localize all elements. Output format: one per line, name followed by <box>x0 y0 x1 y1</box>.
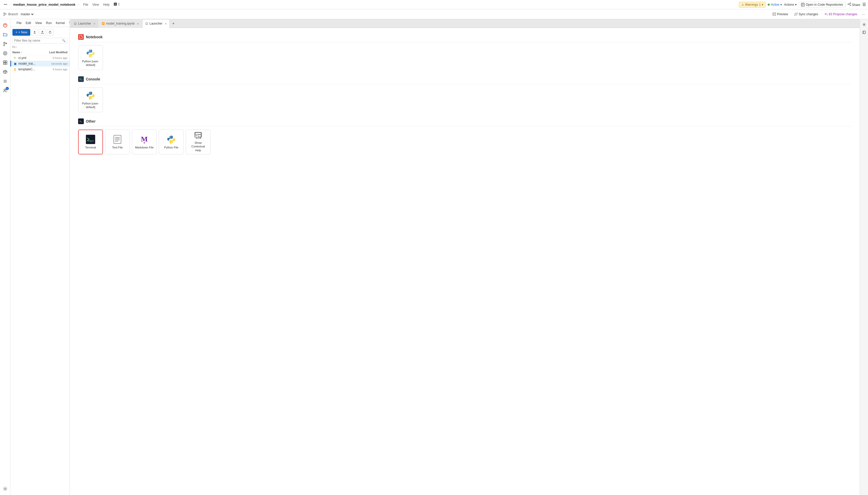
nb-indicator[interactable]: 1 1 <box>112 2 122 7</box>
sidebar-settings-button[interactable] <box>1 485 9 493</box>
markdown-card[interactable]: M Markdown File <box>132 130 157 154</box>
upload-files-button[interactable] <box>39 29 46 36</box>
app-menus: File View Help 1 1 <box>82 2 122 7</box>
menu-kernel[interactable]: Kernel <box>54 20 67 26</box>
svg-point-14 <box>3 51 7 55</box>
top-bar-right: ⚠ Warnings 1 ▾ Active ▾ Actions ▾ Open i… <box>739 2 866 7</box>
gear-icon <box>3 487 7 491</box>
share-button[interactable]: Share <box>848 2 860 7</box>
menu-view[interactable]: View <box>33 20 44 26</box>
svg-point-5 <box>850 5 851 6</box>
propose-icon <box>824 13 828 16</box>
preview-icon <box>772 13 776 16</box>
propose-changes-button[interactable]: 83 Propose changes <box>823 11 859 17</box>
file-date: 3 hours ago <box>52 56 68 59</box>
current-dir: / <box>10 45 70 50</box>
branch-bar: Branch master Preview Sync changes 83 Pr… <box>0 9 868 19</box>
terminal-card[interactable]: $_ Terminal <box>78 130 103 154</box>
tab-launcher1[interactable]: Launcher × <box>71 19 98 28</box>
hamburger-button[interactable]: ☰ <box>862 2 866 7</box>
sidebar-git-button[interactable] <box>1 40 9 48</box>
tab-close-launcher2[interactable]: × <box>165 22 167 25</box>
run-icon <box>3 51 7 56</box>
textfile-card-label: Text File <box>112 146 123 149</box>
main-layout: 4 File Edit View Run Kernel Tabs Setting… <box>0 19 868 495</box>
actions-button[interactable]: Actions ▾ <box>784 3 796 6</box>
sidebar-list-button[interactable] <box>1 77 9 85</box>
svg-rect-28 <box>114 135 121 143</box>
right-sidebar-settings2[interactable] <box>861 29 867 36</box>
file-item-template[interactable]: {} templateC... 3 hours ago <box>10 67 70 72</box>
svg-text:$_: $_ <box>90 140 92 142</box>
sidebar-badge: 4 <box>6 87 9 90</box>
open-in-code-repos-button[interactable]: Open in Code Repositories <box>799 2 846 7</box>
notebook-section-icon <box>78 34 84 40</box>
other-section: Other $_ Terminal <box>78 118 851 154</box>
sidebar-files-button[interactable] <box>1 31 9 39</box>
content-area: Launcher × model_training.ipynb × Launch… <box>70 19 860 495</box>
svg-point-20 <box>4 89 5 90</box>
search-icon: 🔍 <box>62 39 66 42</box>
sync-changes-button[interactable]: Sync changes <box>793 11 820 17</box>
menu-run[interactable]: Run <box>44 20 54 26</box>
branch-label: Branch <box>8 13 18 16</box>
branch-selector[interactable]: master <box>20 12 34 16</box>
share-icon <box>848 2 851 6</box>
warnings-button[interactable]: ⚠ Warnings 1 ▾ <box>739 2 766 7</box>
tab-label: Launcher <box>78 22 91 25</box>
sidebar-package-button[interactable] <box>1 68 9 76</box>
file-search-input[interactable] <box>14 39 62 42</box>
branch-more-button[interactable]: ··· <box>862 12 865 16</box>
sidebar-people-button[interactable]: 4 <box>1 86 9 95</box>
add-tab-button[interactable]: + <box>170 21 177 26</box>
dots-menu[interactable]: ••• <box>2 2 9 7</box>
yaml-icon: Y: <box>13 56 17 59</box>
right-sidebar-settings1[interactable] <box>861 21 867 28</box>
property-inspector-icon <box>862 23 866 27</box>
view-menu[interactable]: View <box>90 2 101 7</box>
new-file-button[interactable]: + + New <box>13 29 30 36</box>
file-name: ci.yml <box>18 56 51 60</box>
textfile-card[interactable]: Text File <box>105 130 130 154</box>
star-icon[interactable]: ☆ <box>77 3 80 6</box>
file-item-notebook[interactable]: ▦ model_trai... seconds ago <box>10 61 70 67</box>
tab-launcher2[interactable]: Launcher × <box>142 19 170 28</box>
sidebar-run-button[interactable] <box>1 49 9 57</box>
right-sidebar <box>860 19 868 495</box>
menu-edit[interactable]: Edit <box>23 20 33 26</box>
python-console-icon <box>86 91 95 100</box>
sidebar-data-button[interactable] <box>1 58 9 67</box>
repo-icon <box>801 3 805 6</box>
upload-button[interactable] <box>31 29 38 36</box>
active-button[interactable]: Active ▾ <box>768 3 782 6</box>
python-file-card[interactable]: Python File <box>159 130 184 154</box>
tab-close-notebook[interactable]: × <box>137 22 139 25</box>
svg-point-4 <box>848 4 849 5</box>
svg-point-33 <box>864 24 865 25</box>
refresh-icon <box>49 31 52 34</box>
refresh-button[interactable] <box>47 29 53 36</box>
console-section-title: Console <box>78 76 851 84</box>
file-panel-toolbar: + + New <box>10 27 70 37</box>
terminal-icon: $_ <box>86 135 95 144</box>
notebook-python-card[interactable]: Python [user-default] <box>78 45 103 70</box>
preview-button[interactable]: Preview <box>771 11 789 17</box>
console-python-card[interactable]: Python [user-default] <box>78 87 103 112</box>
menu-file[interactable]: File <box>15 20 23 26</box>
file-item-ci-yml[interactable]: Y: ci.yml 3 hours ago <box>10 55 70 61</box>
tab-notebook[interactable]: model_training.ipynb × <box>99 19 142 28</box>
contextual-help-card[interactable]: Show Contextual Help <box>186 130 210 154</box>
other-icon-svg <box>79 119 83 123</box>
help-menu[interactable]: Help <box>101 2 112 7</box>
console-card-label: Python [user-default] <box>81 102 101 109</box>
name-col-header[interactable]: Name ↑ <box>13 51 47 54</box>
file-menu[interactable]: File <box>82 2 90 7</box>
launcher-icon <box>74 22 77 25</box>
svg-rect-19 <box>5 63 7 64</box>
svg-rect-32 <box>198 135 201 137</box>
sidebar-home-button[interactable] <box>1 21 9 30</box>
tab-close-launcher1[interactable]: × <box>93 22 96 25</box>
list-icon <box>3 79 7 84</box>
svg-point-22 <box>4 488 6 490</box>
file-list: Y: ci.yml 3 hours ago ▦ model_trai... se… <box>10 55 70 495</box>
